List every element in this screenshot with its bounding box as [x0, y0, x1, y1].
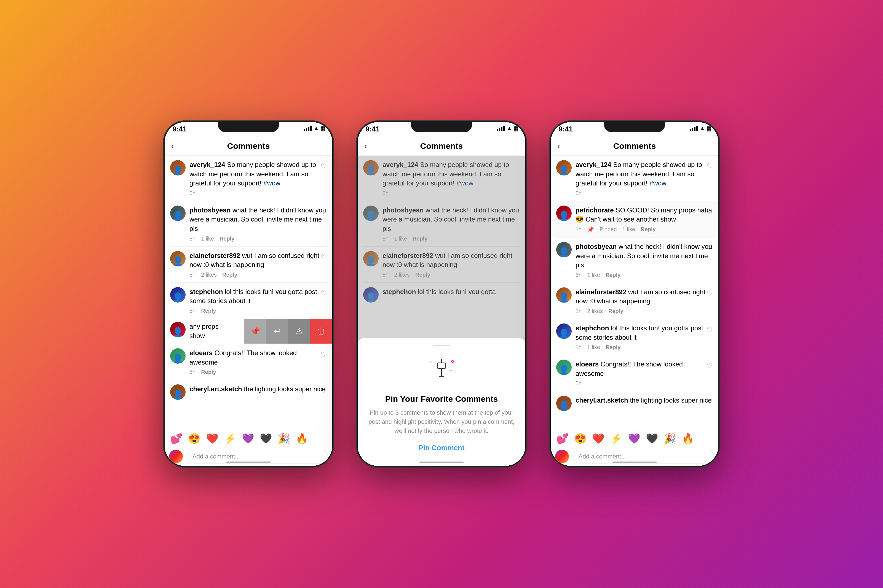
heart-icon[interactable]: ♡	[707, 326, 713, 333]
comment-meta: 1h 2 likes Reply	[576, 308, 713, 314]
comment-content: elaineforster892 wut I am so confused ri…	[576, 287, 713, 314]
heart-icon[interactable]: ♡	[321, 290, 327, 297]
comment-content: averyk_124 So many people showed up to w…	[190, 160, 327, 196]
meta-likes: 1 like	[587, 272, 600, 278]
phones-container: 9:41 ▲ ▓ ‹ Comments	[163, 120, 720, 468]
avatar	[556, 360, 572, 375]
reply-btn[interactable]: Reply	[201, 308, 216, 314]
comment-text: stephchon lol this looks fun! you gotta …	[190, 288, 317, 305]
comment-item: photosbyean what the heck! I didn't know…	[165, 201, 332, 246]
emoji-smile[interactable]: 😍	[188, 433, 200, 444]
sheet-handle	[433, 345, 450, 346]
report-icon: ⚠	[296, 326, 303, 336]
meta-time: 5h	[576, 190, 582, 196]
heart-icon[interactable]: ♡	[707, 362, 713, 369]
heart-icon[interactable]: ♡	[321, 162, 327, 170]
heart-icon[interactable]: ♡	[707, 398, 713, 406]
comment-text: photosbyean what the heck! I didn't know…	[190, 206, 326, 232]
phone-3: 9:41 ▲ ▓ ‹ Comments	[549, 120, 720, 468]
emoji-black[interactable]: 🖤	[646, 433, 658, 444]
reply-btn[interactable]: Reply	[606, 344, 620, 351]
reply-btn[interactable]: Reply	[220, 236, 235, 242]
heart-icon[interactable]: ♡	[707, 244, 713, 252]
reply-icon: ↩	[274, 326, 281, 336]
input-placeholder-3: Add a comment...	[579, 453, 626, 460]
heart-icon[interactable]: ♡	[707, 162, 713, 170]
comment-content: cheryl.art.sketch the lighting looks sup…	[576, 396, 713, 405]
avatar-steph	[170, 287, 186, 303]
heart-icon[interactable]: ♡	[707, 208, 713, 216]
emoji-bolt[interactable]: ⚡	[224, 433, 236, 444]
comment-item: elaineforster892 wut I am so confused ri…	[551, 283, 718, 319]
pin-action-btn[interactable]: 📌	[244, 319, 266, 344]
delete-action-btn[interactable]: 🗑	[310, 319, 332, 344]
emoji-heart[interactable]: ❤️	[206, 433, 218, 444]
pin-comment-btn[interactable]: Pin Comment	[418, 444, 465, 452]
comment-text: eloears Congrats!! The show looked aweso…	[576, 360, 683, 377]
meta-time: 5h	[190, 190, 196, 196]
comment-item: cheryl.art.sketch the lighting looks sup…	[551, 391, 718, 416]
swipe-actions[interactable]: 📌 ↩ ⚠ 🗑	[244, 319, 332, 344]
pin-icon: 📌	[250, 326, 260, 336]
emoji-heart[interactable]: ❤️	[592, 433, 605, 444]
time-1: 9:41	[172, 125, 187, 134]
emoji-fire[interactable]: 🔥	[296, 433, 308, 444]
avatar	[556, 324, 572, 339]
comment-input-1[interactable]: Add a comment...	[187, 450, 328, 464]
emoji-hearts[interactable]: 💕	[170, 433, 182, 444]
nav-bar-2: ‹ Comments	[358, 136, 525, 156]
nav-title-2: Comments	[420, 141, 463, 151]
battery-icon-1: ▓	[321, 125, 325, 131]
comment-meta: 5h 1 like Reply	[576, 272, 713, 278]
back-button-2[interactable]: ‹	[364, 141, 367, 151]
svg-line-1	[429, 362, 431, 363]
emoji-bar-3: 💕 😍 ❤️ ⚡ 💜 🖤 🎉 🔥	[551, 430, 718, 447]
emoji-hearts[interactable]: 💕	[556, 433, 569, 444]
wifi-icon-3: ▲	[700, 125, 705, 131]
reply-action-btn[interactable]: ↩	[266, 319, 288, 344]
avatar-eloears	[170, 348, 186, 364]
emoji-bolt[interactable]: ⚡	[610, 433, 623, 444]
emoji-purple[interactable]: 💜	[242, 433, 254, 444]
emoji-bar-1: 💕 😍 ❤️ ⚡ 💜 🖤 🎉 🔥	[165, 430, 332, 447]
heart-icon[interactable]: ♡	[321, 387, 327, 394]
report-action-btn[interactable]: ⚠	[288, 319, 310, 344]
heart-icon[interactable]: ♡	[707, 290, 713, 297]
avatar-cheryl	[170, 384, 186, 400]
back-button-1[interactable]: ‹	[171, 141, 174, 151]
back-button-3[interactable]: ‹	[557, 141, 560, 151]
heart-icon[interactable]: ♡	[321, 253, 327, 261]
comment-content: eloears Congrats!! The show looked aweso…	[190, 348, 327, 375]
emoji-party[interactable]: 🎉	[664, 433, 676, 444]
reply-btn[interactable]: Reply	[608, 308, 623, 314]
emoji-party[interactable]: 🎉	[278, 433, 290, 444]
reply-btn[interactable]: Reply	[606, 272, 620, 278]
user-avatar-3	[555, 450, 569, 464]
avatar	[556, 160, 572, 176]
comment-meta: 5h	[576, 190, 713, 196]
home-indicator-1	[226, 462, 271, 463]
meta-time: 1h	[576, 308, 582, 314]
heart-icon[interactable]: ♡	[321, 208, 327, 216]
reply-btn[interactable]: Reply	[641, 226, 656, 232]
meta-time: 1h	[576, 226, 582, 232]
comment-text: averyk_124 So many people showed up to w…	[576, 161, 702, 187]
comment-content: any propsshow	[190, 322, 239, 340]
comments-area-3: averyk_124 So many people showed up to w…	[551, 156, 718, 430]
status-icons-2: ▲ ▓	[496, 125, 517, 131]
meta-time: 5h	[190, 369, 196, 375]
emoji-smile[interactable]: 😍	[574, 433, 587, 444]
reply-btn[interactable]: Reply	[222, 272, 237, 278]
battery-icon-2: ▓	[514, 125, 517, 131]
comment-text: eloears Congrats!! The show looked aweso…	[190, 349, 297, 366]
comment-input-3[interactable]: Add a comment...	[573, 450, 714, 464]
emoji-black[interactable]: 🖤	[260, 433, 272, 444]
emoji-purple[interactable]: 💜	[628, 433, 640, 444]
battery-icon-3: ▓	[707, 125, 711, 131]
emoji-fire[interactable]: 🔥	[682, 433, 694, 444]
heart-icon[interactable]: ♡	[321, 351, 327, 358]
wifi-icon-1: ▲	[314, 125, 319, 131]
comment-content: eloears Congrats!! The show looked aweso…	[576, 360, 713, 387]
reply-btn[interactable]: Reply	[201, 369, 216, 375]
sheet-title: Pin Your Favorite Comments	[385, 394, 498, 404]
